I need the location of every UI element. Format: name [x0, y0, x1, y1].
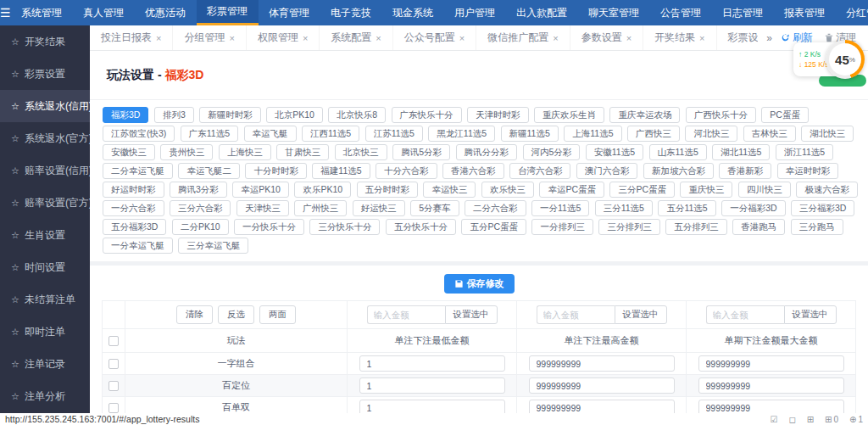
sidebar-item[interactable]: ☆ 彩票输赢记录: [0, 412, 90, 413]
lottery-type-button[interactable]: 江苏骰宝(快3): [103, 126, 175, 142]
lottery-type-button[interactable]: 北京PK10: [266, 107, 323, 123]
lottery-type-button[interactable]: 江苏11选5: [365, 126, 423, 142]
max-amount-input[interactable]: [529, 400, 675, 413]
lottery-type-button[interactable]: 五分排列三: [665, 219, 727, 235]
two-side-button[interactable]: 两面: [259, 305, 296, 324]
menu-icon[interactable]: ☰: [0, 0, 11, 25]
top-nav-item[interactable]: 日志管理: [712, 0, 774, 25]
top-nav-item[interactable]: 报表管理: [774, 0, 836, 25]
top-nav-item[interactable]: 彩票管理: [197, 0, 259, 25]
lottery-type-button[interactable]: 甘肃快三: [276, 144, 329, 160]
lottery-type-button[interactable]: 福建11选5: [312, 163, 370, 179]
top-nav-item[interactable]: 电子竞技: [320, 0, 382, 25]
lottery-type-button[interactable]: 黑龙江11选5: [428, 126, 495, 142]
max-amount-bulk-input[interactable]: [537, 305, 615, 324]
tab[interactable]: 彩票设置 ×: [717, 25, 759, 50]
lottery-type-button[interactable]: 北京快三: [335, 144, 387, 160]
lottery-type-button[interactable]: 好运快三: [353, 200, 405, 216]
min-amount-set-selected-button[interactable]: 设置选中: [445, 305, 498, 324]
lottery-type-button[interactable]: 十分六合彩: [376, 163, 437, 179]
sidebar-item[interactable]: ☆ 赔率设置(官方): [0, 187, 90, 219]
lottery-type-button[interactable]: 一分六合彩: [103, 200, 164, 216]
lottery-type-button[interactable]: 湖北11选5: [712, 144, 770, 160]
lottery-type-button[interactable]: 五分时时彩: [357, 182, 419, 198]
lottery-type-button[interactable]: 安徽快三: [103, 144, 155, 160]
min-amount-input[interactable]: [359, 400, 505, 413]
lottery-type-button[interactable]: 三分福彩3D: [791, 200, 854, 216]
lottery-type-button[interactable]: 广西快乐十分: [686, 107, 756, 123]
lottery-type-button[interactable]: 浙江11选5: [776, 144, 833, 160]
min-amount-bulk-input[interactable]: [367, 305, 445, 324]
save-changes-button[interactable]: 保存修改: [444, 274, 515, 294]
sidebar-item[interactable]: ☆ 赔率设置(信用): [0, 154, 90, 187]
period-amount-bulk-input[interactable]: [706, 305, 784, 324]
lottery-type-button[interactable]: 河内5分彩: [523, 144, 581, 160]
lottery-type-button[interactable]: 四川快三: [738, 182, 791, 198]
lottery-type-button[interactable]: 吉林快三: [743, 126, 796, 142]
lottery-type-button[interactable]: 广东11选5: [181, 126, 238, 142]
tab[interactable]: 开奖结果 ×: [643, 25, 716, 50]
tab-close-icon[interactable]: ×: [303, 33, 308, 43]
lottery-type-button[interactable]: 二分PK10: [172, 219, 229, 235]
counter-b[interactable]: ⊕1: [849, 415, 863, 424]
system-monitor-widget[interactable]: ↑ 2 K/s ↓ 125 K/s 45%: [793, 42, 860, 76]
lottery-type-button[interactable]: 三分跑马: [791, 219, 843, 235]
clear-button[interactable]: 清除: [176, 305, 213, 324]
lottery-type-button[interactable]: 幸运快三: [423, 182, 476, 198]
lottery-type-button[interactable]: 一分快乐十分: [234, 219, 304, 235]
top-nav-item[interactable]: 用户管理: [444, 0, 506, 25]
lottery-type-button[interactable]: 5分赛车: [410, 200, 459, 216]
sidebar-item[interactable]: ☆ 生肖设置: [0, 219, 90, 251]
tab-close-icon[interactable]: ×: [229, 33, 234, 43]
lottery-type-button[interactable]: 香港跑马: [732, 219, 785, 235]
lottery-type-button[interactable]: 新疆11选5: [501, 126, 559, 142]
max-amount-input[interactable]: [529, 355, 675, 372]
lottery-type-button[interactable]: 天津快三: [236, 200, 289, 216]
lottery-type-button[interactable]: 山东11选5: [649, 144, 707, 160]
lottery-type-button[interactable]: 澳门六合彩: [576, 163, 638, 179]
lottery-type-button[interactable]: 天津时时彩: [467, 107, 529, 123]
lottery-type-button[interactable]: 三分幸运飞艇: [178, 238, 248, 254]
lottery-type-button[interactable]: 幸运时时彩: [777, 163, 839, 179]
lottery-type-button[interactable]: 二分六合彩: [465, 200, 526, 216]
sidebar-item[interactable]: ☆ 注单分析: [0, 380, 90, 412]
top-nav-item[interactable]: 真人管理: [73, 0, 135, 25]
sidebar-item[interactable]: ☆ 未结算注单: [0, 283, 90, 316]
lottery-type-button[interactable]: 上海11选5: [564, 126, 621, 142]
top-nav-item[interactable]: 优惠活动: [135, 0, 197, 25]
sidebar-item[interactable]: ☆ 时间设置: [0, 251, 90, 283]
top-nav-item[interactable]: 公告管理: [650, 0, 712, 25]
lottery-type-button[interactable]: 广州快三: [294, 200, 347, 216]
tab-close-icon[interactable]: ×: [459, 33, 465, 43]
lottery-type-button[interactable]: 湖北快三: [801, 126, 854, 142]
window-icon[interactable]: ◻: [788, 415, 795, 424]
lottery-type-button[interactable]: 新加坡六合彩: [643, 163, 714, 179]
invert-selection-button[interactable]: 反选: [218, 305, 254, 324]
top-nav-item[interactable]: 分红管理: [836, 0, 868, 25]
top-nav-item[interactable]: 体育管理: [259, 0, 320, 25]
period-max-amount-input[interactable]: [698, 377, 844, 394]
tab-close-icon[interactable]: ×: [376, 33, 381, 43]
tab-overflow-icon[interactable]: »: [758, 25, 781, 50]
tab[interactable]: 公众号配置 ×: [393, 25, 476, 50]
lottery-type-button[interactable]: 欢乐PK10: [294, 182, 351, 198]
top-nav-item[interactable]: 聊天室管理: [578, 0, 650, 25]
lottery-type-button[interactable]: 一分排列三: [531, 219, 593, 235]
lottery-type-button[interactable]: 台湾六合彩: [509, 163, 571, 179]
lottery-type-button[interactable]: 一分幸运飞艇: [103, 238, 173, 254]
row-checkbox[interactable]: [108, 381, 119, 391]
tab-close-icon[interactable]: ×: [699, 33, 704, 43]
lottery-type-button[interactable]: 腾讯3分彩: [170, 182, 227, 198]
period-max-amount-input[interactable]: [698, 400, 844, 413]
lottery-type-button[interactable]: 幸运PK10: [232, 182, 289, 198]
sidebar-item[interactable]: ☆ 系统退水(官方): [0, 122, 90, 154]
tab[interactable]: 参数设置 ×: [570, 25, 643, 50]
max-amount-set-selected-button[interactable]: 设置选中: [615, 305, 667, 324]
lottery-type-button[interactable]: 广东快乐十分: [392, 107, 462, 123]
tab[interactable]: 微信推广配置 ×: [476, 25, 570, 50]
tab-close-icon[interactable]: ×: [626, 33, 632, 43]
grid-icon[interactable]: ⊞: [807, 415, 814, 424]
lottery-type-button[interactable]: 北京快乐8: [328, 107, 386, 123]
lottery-type-button[interactable]: 五分PC蛋蛋: [461, 219, 526, 235]
check-square-icon[interactable]: ☑: [770, 415, 777, 424]
